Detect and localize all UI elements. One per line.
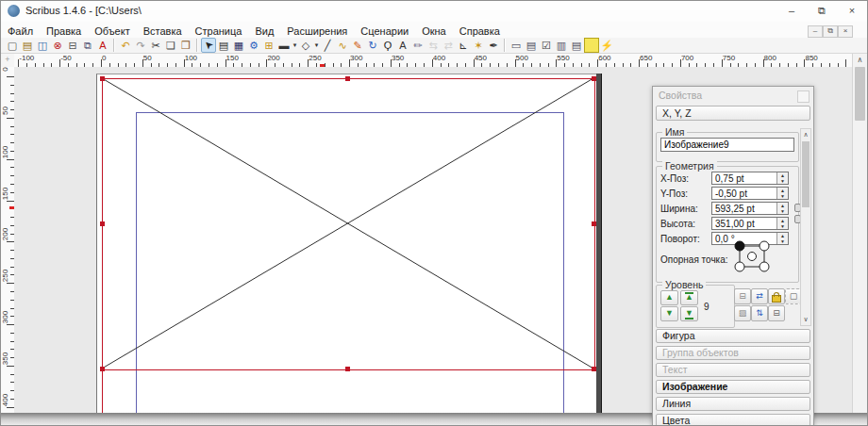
lower-to-bottom-button[interactable]: ▼ bbox=[680, 306, 698, 321]
selection-handle[interactable] bbox=[100, 221, 105, 226]
spinner[interactable]: ▲▼ bbox=[776, 218, 788, 229]
spinner[interactable]: ▲▼ bbox=[776, 188, 788, 199]
link-text-frames-button[interactable]: ⇆ bbox=[426, 38, 441, 53]
save-document-button[interactable]: ◫ bbox=[35, 38, 50, 53]
mdi-restore-button[interactable]: ⧉ bbox=[823, 25, 838, 38]
insert-line-button[interactable]: ╱ bbox=[320, 38, 335, 53]
spinner[interactable]: ▲▼ bbox=[776, 172, 788, 184]
canvas-scrollbar-thumb[interactable] bbox=[855, 67, 865, 121]
story-editor-button[interactable]: ✏ bbox=[410, 38, 426, 53]
eye-dropper-button[interactable]: ✒ bbox=[486, 38, 501, 53]
panel-scroll-down-icon[interactable]: ∨ bbox=[801, 314, 810, 325]
rotate-item-button[interactable]: ↻ bbox=[365, 38, 380, 53]
dropdown-arrow-icon[interactable]: ▾ bbox=[292, 41, 298, 49]
insert-text-frame-button[interactable]: ▤ bbox=[216, 38, 231, 53]
selection-handle[interactable] bbox=[345, 76, 350, 81]
bookmark-button[interactable]: ▨ bbox=[734, 305, 751, 321]
section-group[interactable]: Группа объектов bbox=[656, 346, 810, 360]
insert-image-frame-button[interactable]: ▦ bbox=[231, 38, 246, 53]
mdi-close-button[interactable]: × bbox=[838, 25, 853, 38]
unlink-text-frames-button[interactable]: ⇄ bbox=[441, 38, 456, 53]
panel-scroll-up-icon[interactable]: ∧ bbox=[801, 129, 810, 140]
pdf-link-annotation-button[interactable]: ⚡ bbox=[599, 38, 614, 53]
paste-button[interactable]: ❒ bbox=[178, 38, 193, 53]
dropdown-arrow-icon[interactable]: ▾ bbox=[313, 41, 320, 49]
lock-object-button[interactable] bbox=[768, 288, 785, 304]
restore-button[interactable]: ⧉ bbox=[809, 1, 835, 20]
raise-button[interactable]: ▲ bbox=[660, 290, 678, 305]
menu-item-4[interactable]: Страница bbox=[189, 24, 249, 39]
flip-horizontal-button[interactable]: ⇄ bbox=[751, 288, 768, 304]
insert-render-frame-button[interactable]: ⚙ bbox=[246, 38, 261, 53]
spinner[interactable]: ▲▼ bbox=[776, 203, 788, 214]
undo-button[interactable]: ↶ bbox=[118, 38, 133, 53]
flip-vertical-button[interactable]: ⇅ bbox=[751, 305, 768, 321]
zoom-tool-button[interactable]: Ϙ bbox=[380, 38, 395, 53]
redo-button[interactable]: ↷ bbox=[133, 38, 148, 53]
edit-contents-button[interactable]: A bbox=[395, 38, 410, 53]
pdf-combo-box-button[interactable]: ▥ bbox=[554, 38, 569, 53]
vertical-ruler[interactable]: 050100150200250300350400 bbox=[1, 67, 15, 413]
insert-shape-button[interactable]: ▬ bbox=[276, 38, 292, 53]
horizontal-ruler[interactable]: -100-50050100150200250300350400450500550… bbox=[14, 54, 853, 68]
menu-item-2[interactable]: Объект bbox=[88, 24, 136, 39]
section-image[interactable]: Изображение bbox=[656, 380, 810, 394]
canvas-scrollbar[interactable]: ∧ bbox=[852, 54, 867, 413]
selection-handle[interactable] bbox=[100, 76, 105, 81]
export-pdf-button[interactable]: A bbox=[95, 38, 110, 53]
cut-button[interactable]: ✂ bbox=[148, 38, 163, 53]
preflight-verifier-button[interactable]: ⧉ bbox=[80, 38, 95, 53]
raise-to-top-button[interactable]: ▲ bbox=[680, 290, 698, 305]
panel-close-button[interactable] bbox=[797, 90, 810, 103]
no-print-button[interactable]: ⊟ bbox=[734, 288, 751, 304]
menu-item-9[interactable]: Справка bbox=[453, 24, 507, 39]
section-line[interactable]: Линия bbox=[656, 397, 810, 411]
print-document-button[interactable]: ⊟ bbox=[65, 38, 80, 53]
minimize-button[interactable]: – bbox=[778, 1, 805, 20]
copy-item-properties-button[interactable]: ✶ bbox=[471, 38, 486, 53]
open-document-button[interactable]: ▤ bbox=[20, 38, 35, 53]
panel-scrollbar-thumb[interactable] bbox=[802, 141, 810, 207]
tab-xyz[interactable]: X, Y, Z bbox=[656, 106, 810, 121]
measurements-button[interactable]: ⊾ bbox=[456, 38, 471, 53]
selection-handle[interactable] bbox=[592, 367, 596, 371]
pdf-text-field-button[interactable]: ▤ bbox=[524, 38, 539, 53]
panel-scrollbar[interactable]: ∧ ∨ bbox=[800, 128, 811, 326]
x-pos-input[interactable]: 0,75 pt▲▼ bbox=[711, 172, 789, 185]
lower-button[interactable]: ▼ bbox=[660, 306, 678, 321]
insert-bezier-curve-button[interactable]: ∿ bbox=[335, 38, 350, 53]
pdf-text-annotation-button[interactable] bbox=[584, 38, 599, 53]
selection-handle[interactable] bbox=[592, 221, 596, 226]
section-text[interactable]: Текст bbox=[656, 363, 810, 377]
menu-item-8[interactable]: Окна bbox=[415, 24, 453, 39]
copy-button[interactable]: ❏ bbox=[163, 38, 178, 53]
pdf-list-box-button[interactable]: ▤ bbox=[569, 38, 584, 53]
scroll-up-icon[interactable]: ∧ bbox=[853, 54, 867, 67]
mdi-minimize-button[interactable]: – bbox=[808, 25, 823, 38]
name-input[interactable] bbox=[660, 138, 794, 152]
height-input[interactable]: 351,00 pt▲▼ bbox=[711, 217, 789, 230]
insert-polygon-button[interactable]: ◇ bbox=[298, 38, 313, 53]
menu-item-0[interactable]: Файл bbox=[1, 24, 40, 39]
pdf-checkbox-button[interactable]: ☑ bbox=[539, 38, 554, 53]
width-input[interactable]: 593,25 pt▲▼ bbox=[711, 202, 789, 215]
section-colors[interactable]: Цвета bbox=[656, 414, 810, 426]
new-document-button[interactable]: ▢ bbox=[5, 38, 20, 53]
selection-handle[interactable] bbox=[592, 76, 596, 81]
close-document-button[interactable]: ⊗ bbox=[50, 38, 65, 53]
menu-item-7[interactable]: Сценарии bbox=[354, 24, 415, 39]
select-item-button[interactable]: ➤ bbox=[201, 38, 216, 53]
pdf-push-button-button[interactable]: ▭ bbox=[509, 38, 524, 53]
close-button[interactable]: × bbox=[839, 1, 865, 20]
basepoint-selector[interactable] bbox=[730, 238, 774, 277]
print-object-button[interactable]: ⊟ bbox=[768, 305, 785, 321]
menu-item-5[interactable]: Вид bbox=[248, 24, 280, 39]
ruler-origin-icon[interactable]: + bbox=[1, 54, 15, 68]
menu-item-1[interactable]: Правка bbox=[40, 24, 88, 39]
menu-item-3[interactable]: Вставка bbox=[137, 24, 189, 39]
section-shape[interactable]: Фигура bbox=[656, 329, 810, 343]
spinner[interactable]: ▲▼ bbox=[776, 233, 788, 244]
selection-handle[interactable] bbox=[345, 367, 350, 371]
insert-table-button[interactable]: ⊞ bbox=[261, 38, 276, 53]
menu-item-6[interactable]: Расширения bbox=[280, 24, 354, 39]
